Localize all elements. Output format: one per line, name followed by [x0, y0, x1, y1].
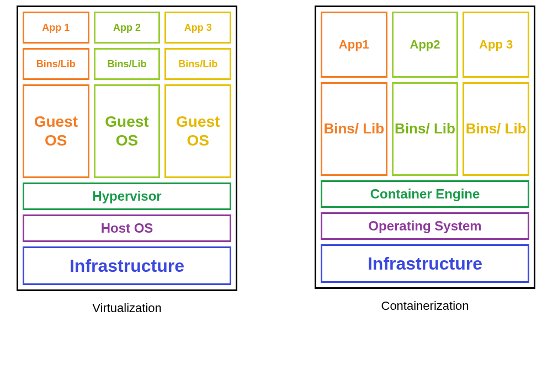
- virtualization-panel: App 1 Bins/Lib Guest OS App 2 Bins/Lib G…: [17, 6, 237, 315]
- vm-guestos-2: Guest OS: [94, 84, 161, 178]
- virtualization-caption-text: Virtualization: [92, 301, 162, 315]
- virtualization-caption: Virtualization: [92, 301, 162, 315]
- virtualization-stack: App 1 Bins/Lib Guest OS App 2 Bins/Lib G…: [17, 6, 237, 291]
- ct-app-2: App2: [392, 12, 459, 78]
- vm-guestos-1: Guest OS: [23, 84, 89, 178]
- vm-guestos-1-label: Guest OS: [24, 112, 88, 149]
- container-engine-layer: Container Engine: [321, 180, 529, 208]
- hypervisor-layer: Hypervisor: [23, 182, 231, 210]
- hypervisor-label: Hypervisor: [92, 189, 161, 204]
- ct-app-3-label: App 3: [479, 37, 513, 52]
- ct-bins-3: Bins/ Lib: [463, 82, 529, 176]
- ct-app-3: App 3: [463, 12, 529, 78]
- ct-bins-1: Bins/ Lib: [321, 82, 387, 176]
- container-engine-label: Container Engine: [370, 186, 480, 202]
- containerization-caption: Containerization: [381, 299, 469, 313]
- vm-infrastructure-layer: Infrastructure: [23, 246, 231, 285]
- ct-bins-2: Bins/ Lib: [392, 82, 459, 176]
- vm-column-3: App 3 Bins/Lib Guest OS: [164, 12, 231, 178]
- ct-infrastructure-layer: Infrastructure: [321, 244, 529, 283]
- vm-infra-label: Infrastructure: [70, 256, 184, 276]
- vm-app-2: App 2: [94, 12, 161, 44]
- vm-columns: App 1 Bins/Lib Guest OS App 2 Bins/Lib G…: [23, 12, 231, 178]
- vm-bins-2-label: Bins/Lib: [108, 58, 147, 70]
- vm-bins-1: Bins/Lib: [23, 48, 89, 80]
- vm-app-2-label: App 2: [113, 22, 141, 34]
- host-os-layer: Host OS: [23, 214, 231, 242]
- ct-infra-label: Infrastructure: [368, 254, 482, 274]
- ct-bins-2-label: Bins/ Lib: [395, 120, 455, 137]
- host-os-label: Host OS: [101, 221, 153, 236]
- vm-bins-3: Bins/Lib: [164, 48, 231, 80]
- container-apps-row: App1 App2 App 3: [321, 12, 529, 78]
- vm-bins-3-label: Bins/Lib: [178, 58, 217, 70]
- container-bins-row: Bins/ Lib Bins/ Lib Bins/ Lib: [321, 82, 529, 176]
- vm-app-1-label: App 1: [42, 22, 70, 34]
- vm-guestos-3: Guest OS: [164, 84, 231, 178]
- ct-app-1: App1: [321, 12, 387, 78]
- containerization-stack: App1 App2 App 3 Bins/ Lib Bins/ Lib Bins…: [315, 6, 535, 289]
- ct-bins-3-label: Bins/ Lib: [466, 120, 527, 137]
- vm-app-3: App 3: [164, 12, 231, 44]
- ct-bins-1-label: Bins/ Lib: [323, 120, 384, 137]
- vm-bins-1-label: Bins/Lib: [36, 58, 76, 70]
- ct-app-1-label: App1: [339, 37, 369, 52]
- ct-app-2-label: App2: [410, 37, 440, 52]
- vm-app-1: App 1: [23, 12, 89, 44]
- containerization-panel: App1 App2 App 3 Bins/ Lib Bins/ Lib Bins…: [315, 6, 535, 313]
- vm-app-3-label: App 3: [184, 22, 212, 34]
- operating-system-label: Operating System: [368, 218, 481, 234]
- vm-column-2: App 2 Bins/Lib Guest OS: [94, 12, 161, 178]
- vm-bins-2: Bins/Lib: [94, 48, 161, 80]
- vm-column-1: App 1 Bins/Lib Guest OS: [23, 12, 89, 178]
- operating-system-layer: Operating System: [321, 212, 529, 240]
- containerization-caption-text: Containerization: [381, 299, 469, 313]
- vm-guestos-3-label: Guest OS: [166, 112, 230, 149]
- vm-guestos-2-label: Guest OS: [95, 112, 159, 149]
